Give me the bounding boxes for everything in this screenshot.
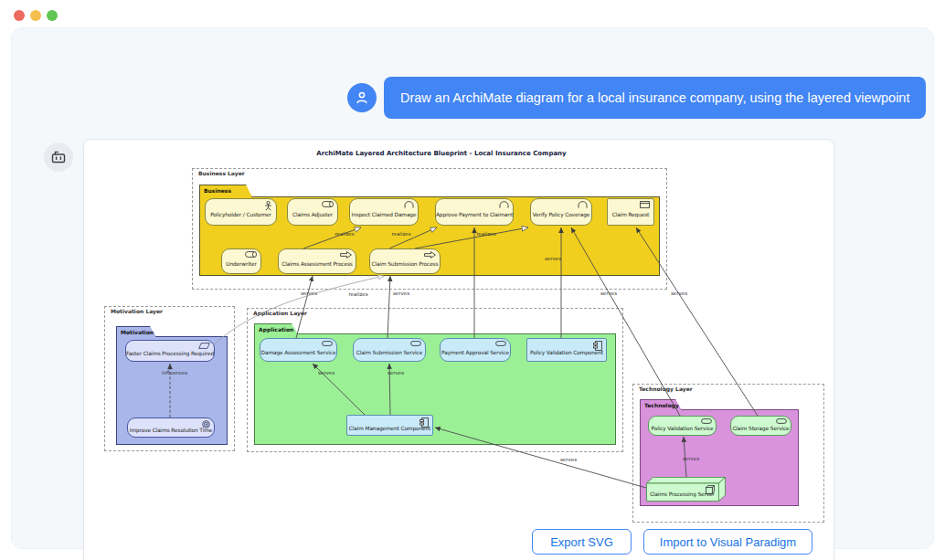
minimize-window-button[interactable] <box>30 10 41 21</box>
svg-text:realizes: realizes <box>348 291 367 297</box>
maximize-window-button[interactable] <box>47 10 58 21</box>
bot-avatar <box>44 143 73 172</box>
robot-icon <box>49 148 68 166</box>
node-claim-submission-process: Claim Submission Process <box>369 248 441 274</box>
group-business-tab: Business <box>199 185 252 197</box>
application-service-icon <box>322 341 333 346</box>
component-icon <box>593 341 602 351</box>
node-label: Improve Claims Resolution Time <box>130 422 212 433</box>
node-label: Claims Adjuster <box>292 206 333 217</box>
goal-icon <box>202 420 210 428</box>
node-underwriter: Underwriter <box>221 248 261 274</box>
node-claims-adjuster: Claims Adjuster <box>287 198 338 226</box>
app-window: Draw an ArchiMate diagram for a local in… <box>0 0 945 560</box>
business-service-icon <box>404 201 414 208</box>
node-claim-storage-service: Claim Storage Service <box>730 416 791 436</box>
user-message-bubble: Draw an ArchiMate diagram for a local in… <box>384 77 926 119</box>
archimate-diagram: Business LayerBusinessMotivation LayerMo… <box>84 140 834 560</box>
node-inspect-claimed-damage: Inspect Claimed Damage <box>349 198 419 226</box>
node-claims-processing-server: Claims Processing Server <box>646 477 726 502</box>
layer-business-label: Business Layer <box>196 170 248 176</box>
node-label: Claim Management Component <box>349 420 430 431</box>
requirement-icon <box>198 343 210 349</box>
node-policy-validation-component: Policy Validation Component <box>526 338 607 362</box>
node-improve-claims-resolution-time: Improve Claims Resolution Time <box>127 417 215 438</box>
svg-text:serves: serves <box>301 291 317 296</box>
group-application-tab: Application <box>254 323 298 334</box>
node-claim-management-component: Claim Management Component <box>346 415 433 436</box>
node-damage-assessment-service: Damage Assessment Service <box>260 338 337 362</box>
user-avatar <box>347 83 377 112</box>
import-visual-paradigm-button[interactable]: Import to Visual Paradigm <box>643 529 812 555</box>
technology-service-icon <box>701 418 712 424</box>
window-titlebar <box>0 0 945 27</box>
business-actor-icon <box>264 201 272 211</box>
node-policy-validation-service: Policy Validation Service <box>648 416 717 436</box>
node-payment-approval-service: Payment Approval Service <box>440 338 511 362</box>
business-service-icon <box>578 201 588 208</box>
business-process-icon <box>424 251 436 259</box>
business-role-icon <box>245 251 257 258</box>
node-claim-submission-service: Claim Submission Service <box>353 338 426 362</box>
business-object-icon <box>640 201 650 208</box>
user-person-icon <box>355 90 369 105</box>
svg-text:serves: serves <box>600 291 617 296</box>
svg-text:serves: serves <box>560 457 577 462</box>
node-claims-assessment-process: Claims Assessment Process <box>278 248 356 274</box>
layer-application-label: Application Layer <box>250 310 310 316</box>
business-process-icon <box>340 251 352 259</box>
group-technology-tab: Technology <box>640 399 682 410</box>
node-label: Claims Processing Server <box>650 481 722 497</box>
node-policyholder-customer: Policyholder / Customer <box>205 198 277 226</box>
diagram-actions: Export SVG Import to Visual Paradigm <box>532 529 812 555</box>
node-faster-claims-processing-required: Faster Claims Processing Required <box>125 340 215 362</box>
node-label: Policyholder / Customer <box>210 206 271 217</box>
group-motivation-tab: Motivation <box>116 326 156 337</box>
business-service-icon <box>499 201 509 208</box>
diagram-card: ArchiMate Layered Architecture Blueprint… <box>83 139 834 560</box>
node-claim-request: Claim Request <box>607 198 654 226</box>
application-service-icon <box>410 341 421 346</box>
layer-technology-label: Technology Layer <box>636 386 695 392</box>
close-window-button[interactable] <box>14 10 25 21</box>
svg-text:serves: serves <box>671 291 687 296</box>
svg-text:serves: serves <box>393 291 409 296</box>
layer-motivation-label: Motivation Layer <box>108 308 165 314</box>
export-svg-button[interactable]: Export SVG <box>532 529 632 555</box>
technology-service-icon <box>776 418 787 424</box>
node-verify-policy-coverage: Verify Policy Coverage <box>530 198 592 226</box>
application-service-icon <box>495 341 506 346</box>
chat-panel: Draw an ArchiMate diagram for a local in… <box>11 27 934 549</box>
node-approve-payment-to-claimant: Approve Payment to Claimant <box>435 198 514 226</box>
business-role-icon <box>322 201 334 207</box>
component-icon <box>419 417 429 428</box>
node-label: Policy Validation Component <box>530 344 603 355</box>
